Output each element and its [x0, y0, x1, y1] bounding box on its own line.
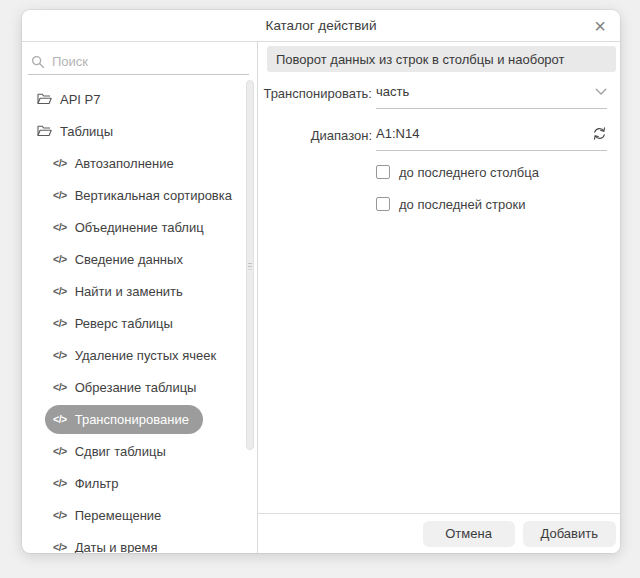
- dialog-titlebar: Каталог действий ×: [22, 10, 620, 42]
- sidebar-item[interactable]: </> Удаление пустых ячеек: [22, 339, 257, 371]
- sidebar-item-label: Реверс таблицы: [75, 316, 173, 331]
- last-row-label: до последней строки: [399, 197, 525, 212]
- range-input[interactable]: [376, 126, 584, 141]
- last-column-option: до последнего столбца: [376, 163, 607, 181]
- sidebar-item-label: Вертикальная сортировка: [75, 188, 232, 203]
- sidebar-item[interactable]: </> Транспонирование: [22, 403, 257, 435]
- sidebar-item-pill: </> Таблицы: [29, 117, 127, 146]
- sidebar: </> API P7 </> Таблицы </> Автозапол: [22, 42, 258, 553]
- sidebar-item[interactable]: </> Перемещение: [22, 499, 257, 531]
- sidebar-item[interactable]: </> Обрезание таблицы: [22, 371, 257, 403]
- sidebar-item[interactable]: </> Вертикальная сортировка: [22, 179, 257, 211]
- sidebar-item-pill: </> Реверс таблицы: [45, 309, 187, 338]
- sidebar-item-label: Фильтр: [75, 476, 119, 491]
- sidebar-item-pill: </> Фильтр: [45, 469, 132, 498]
- open-folder-icon: [37, 93, 52, 105]
- code-icon: </>: [53, 349, 67, 361]
- code-icon: </>: [53, 253, 67, 265]
- code-icon: </>: [53, 445, 67, 457]
- search-icon: [31, 55, 45, 69]
- sidebar-item-label: API P7: [60, 92, 100, 107]
- sidebar-item-label: Обрезание таблицы: [75, 380, 197, 395]
- dialog-footer: Отмена Добавить: [258, 513, 620, 553]
- code-icon: </>: [53, 381, 67, 393]
- sidebar-list: </> API P7 </> Таблицы </> Автозапол: [22, 75, 257, 553]
- add-button[interactable]: Добавить: [523, 521, 616, 547]
- sidebar-item[interactable]: </> Сдвиг таблицы: [22, 435, 257, 467]
- last-row-checkbox[interactable]: [376, 197, 390, 211]
- range-row: Диапазон:: [258, 126, 607, 151]
- dialog-body: </> API P7 </> Таблицы </> Автозапол: [22, 42, 620, 553]
- dialog-title: Каталог действий: [266, 18, 377, 33]
- sidebar-item[interactable]: </> Таблицы: [22, 115, 257, 147]
- range-label: Диапазон:: [258, 126, 372, 143]
- action-catalog-dialog: Каталог действий × </> API P7: [22, 10, 620, 553]
- action-description: Поворот данных из строк в столбцы и наоб…: [267, 46, 616, 72]
- sidebar-item-pill: </> Транспонирование: [45, 405, 203, 434]
- search-input[interactable]: [52, 54, 249, 69]
- code-icon: </>: [53, 221, 67, 233]
- sidebar-item-pill: </> Обрезание таблицы: [45, 373, 210, 402]
- sidebar-item-label: Сдвиг таблицы: [75, 444, 166, 459]
- options-group: до последнего столбца до последней строк…: [376, 163, 607, 213]
- transpose-row: Транспонировать: часть: [258, 84, 607, 109]
- close-icon[interactable]: ×: [588, 14, 612, 38]
- transpose-select[interactable]: часть: [376, 84, 607, 109]
- sidebar-item[interactable]: </> Сведение данных: [22, 243, 257, 275]
- sidebar-scrollbar-thumb[interactable]: [246, 80, 254, 450]
- sidebar-item[interactable]: </> Найти и заменить: [22, 275, 257, 307]
- code-icon: </>: [53, 189, 67, 201]
- sidebar-item-label: Перемещение: [75, 508, 162, 523]
- sidebar-item[interactable]: </> Объединение таблиц: [22, 211, 257, 243]
- refresh-range-icon[interactable]: [592, 126, 607, 141]
- sidebar-item[interactable]: </> Автозаполнение: [22, 147, 257, 179]
- transpose-selected-value: часть: [376, 84, 587, 99]
- last-column-checkbox[interactable]: [376, 165, 390, 179]
- sidebar-item-pill: </> Автозаполнение: [45, 149, 188, 178]
- sidebar-item-pill: </> Сдвиг таблицы: [45, 437, 180, 466]
- sidebar-item-pill: </> Даты и время: [45, 533, 172, 554]
- sidebar-item-label: Объединение таблиц: [75, 220, 204, 235]
- sidebar-item-pill: </> Перемещение: [45, 501, 175, 530]
- search-field[interactable]: [28, 49, 249, 75]
- sidebar-item-pill: </> API P7: [29, 85, 114, 114]
- code-icon: </>: [53, 317, 67, 329]
- open-folder-icon: [37, 125, 52, 137]
- code-icon: </>: [53, 477, 67, 489]
- range-field: [376, 126, 607, 151]
- sidebar-item-pill: </> Вертикальная сортировка: [45, 181, 246, 210]
- code-icon: </>: [53, 157, 67, 169]
- sidebar-item-label: Транспонирование: [75, 412, 189, 427]
- sidebar-item-pill: </> Найти и заменить: [45, 277, 197, 306]
- transpose-label: Транспонировать:: [258, 84, 372, 101]
- sidebar-item[interactable]: </> Реверс таблицы: [22, 307, 257, 339]
- last-row-option: до последней строки: [376, 195, 607, 213]
- sidebar-item-pill: </> Удаление пустых ячеек: [45, 341, 230, 370]
- sidebar-item-label: Найти и заменить: [75, 284, 183, 299]
- cancel-button[interactable]: Отмена: [423, 521, 515, 547]
- sidebar-item-label: Удаление пустых ячеек: [75, 348, 216, 363]
- sidebar-item[interactable]: </> Даты и время: [22, 531, 257, 553]
- sidebar-item[interactable]: </> API P7: [22, 83, 257, 115]
- sidebar-item[interactable]: </> Фильтр: [22, 467, 257, 499]
- sidebar-item-label: Сведение данных: [75, 252, 183, 267]
- code-icon: </>: [53, 413, 67, 425]
- code-icon: </>: [53, 285, 67, 297]
- sidebar-item-label: Таблицы: [60, 124, 113, 139]
- chevron-down-icon: [595, 88, 607, 96]
- sidebar-item-label: Даты и время: [75, 540, 158, 554]
- last-column-label: до последнего столбца: [399, 165, 539, 180]
- code-icon: </>: [53, 541, 67, 553]
- scrollbar-grip-icon: [248, 261, 252, 270]
- sidebar-item-pill: </> Объединение таблиц: [45, 213, 218, 242]
- sidebar-item-label: Автозаполнение: [75, 156, 174, 171]
- details-panel: Поворот данных из строк в столбцы и наоб…: [258, 42, 620, 553]
- sidebar-item-pill: </> Сведение данных: [45, 245, 197, 274]
- action-form: Транспонировать: часть Диапазон:: [258, 72, 620, 227]
- code-icon: </>: [53, 509, 67, 521]
